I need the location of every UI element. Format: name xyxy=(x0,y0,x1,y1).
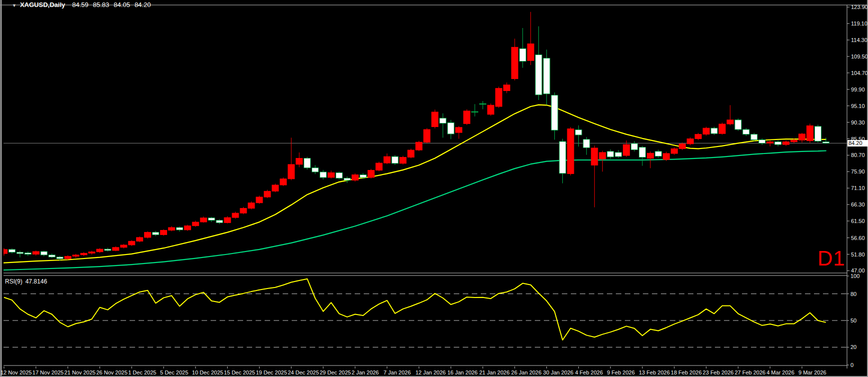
price-axis-area[interactable] xyxy=(847,6,868,368)
rsi-name: RSI(9) xyxy=(5,278,23,285)
symbol-title: XAGUSD,Daily xyxy=(20,1,65,8)
time-axis-area[interactable] xyxy=(4,368,847,377)
symbol-dropdown-icon[interactable]: ▼ xyxy=(12,3,17,8)
symbol-info-bar: ▼XAGUSD,Daily84.5985.8384.0584.20 xyxy=(12,1,155,10)
ohlc-low: 84.05 xyxy=(114,1,130,8)
rsi-indicator-label: RSI(9)47.8146 xyxy=(5,278,47,285)
rsi-value: 47.8146 xyxy=(26,278,47,285)
current-price-tag: 84.20 xyxy=(847,140,868,146)
chart-canvas: 123.90119.10114.30109.50104.7099.9095.10… xyxy=(0,0,868,377)
ohlc-open: 84.59 xyxy=(72,1,89,8)
ohlc-close: 84.20 xyxy=(135,1,151,8)
period-badge: D1 xyxy=(817,248,845,269)
pane-separator[interactable] xyxy=(4,273,847,276)
ohlc-high: 85.83 xyxy=(93,1,110,8)
main-chart-area[interactable] xyxy=(4,6,847,273)
rsi-pane-area[interactable] xyxy=(4,276,847,366)
chart-window: 123.90119.10114.30109.50104.7099.9095.10… xyxy=(0,0,868,377)
